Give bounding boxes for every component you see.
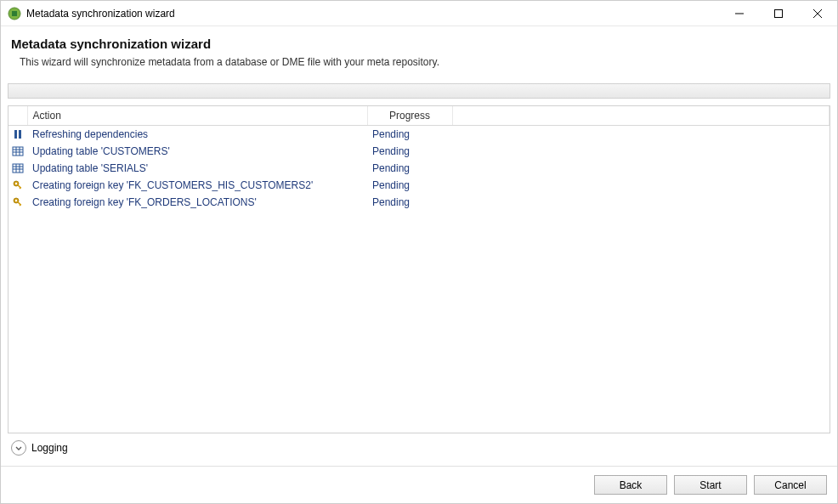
svg-rect-6 (14, 130, 17, 139)
table-row[interactable]: Creating foreign key 'FK_ORDERS_LOCATION… (8, 194, 830, 211)
row-icon (8, 160, 27, 177)
column-header-action[interactable]: Action (27, 106, 367, 126)
column-header-progress[interactable]: Progress (367, 106, 452, 126)
svg-point-19 (15, 182, 17, 184)
row-progress: Pending (367, 177, 452, 194)
row-empty (452, 160, 830, 177)
svg-point-23 (15, 199, 17, 201)
row-action: Creating foreign key 'FK_CUSTOMERS_HIS_C… (27, 177, 367, 194)
row-icon (8, 177, 27, 194)
logging-label: Logging (31, 442, 68, 454)
content-area: Action Progress Refreshing dependenciesP… (1, 76, 837, 466)
minimize-button[interactable] (720, 1, 759, 25)
tasks-table-container: Action Progress Refreshing dependenciesP… (8, 105, 830, 433)
row-empty (452, 194, 830, 211)
tasks-table: Action Progress Refreshing dependenciesP… (8, 106, 830, 211)
row-empty (452, 177, 830, 194)
svg-rect-1 (12, 11, 17, 16)
svg-rect-13 (13, 164, 23, 173)
app-icon (8, 7, 21, 20)
column-header-icon[interactable] (8, 106, 27, 126)
maximize-button[interactable] (759, 1, 798, 25)
row-progress: Pending (367, 126, 452, 143)
svg-rect-3 (775, 9, 783, 17)
row-icon (8, 194, 27, 211)
row-empty (452, 126, 830, 143)
titlebar: Metadata synchronization wizard (1, 1, 837, 26)
page-title: Metadata synchronization wizard (11, 37, 827, 51)
svg-rect-7 (19, 130, 21, 139)
column-header-empty (452, 106, 830, 126)
table-row[interactable]: Updating table 'CUSTOMERS'Pending (8, 143, 830, 160)
row-progress: Pending (367, 160, 452, 177)
table-row[interactable]: Refreshing dependenciesPending (8, 126, 830, 143)
logging-row: Logging (8, 433, 830, 459)
row-icon (8, 143, 27, 160)
table-row[interactable]: Creating foreign key 'FK_CUSTOMERS_HIS_C… (8, 177, 830, 194)
cancel-button[interactable]: Cancel (754, 475, 827, 495)
window-title: Metadata synchronization wizard (26, 8, 720, 20)
row-icon (8, 126, 27, 143)
dialog-footer: Back Start Cancel (1, 466, 837, 503)
window-controls (720, 1, 837, 25)
close-button[interactable] (798, 1, 837, 25)
row-progress: Pending (367, 143, 452, 160)
table-row[interactable]: Updating table 'SERIALS'Pending (8, 160, 830, 177)
overall-progress-bar (8, 83, 830, 99)
svg-rect-8 (13, 147, 23, 156)
back-button[interactable]: Back (594, 475, 667, 495)
row-action: Creating foreign key 'FK_ORDERS_LOCATION… (27, 194, 367, 211)
start-button[interactable]: Start (674, 475, 747, 495)
page-subtitle: This wizard will synchronize metadata fr… (11, 56, 827, 68)
row-progress: Pending (367, 194, 452, 211)
row-action: Updating table 'CUSTOMERS' (27, 143, 367, 160)
row-empty (452, 143, 830, 160)
row-action: Refreshing dependencies (27, 126, 367, 143)
wizard-header: Metadata synchronization wizard This wiz… (1, 26, 837, 76)
row-action: Updating table 'SERIALS' (27, 160, 367, 177)
logging-expand-icon[interactable] (11, 440, 26, 456)
